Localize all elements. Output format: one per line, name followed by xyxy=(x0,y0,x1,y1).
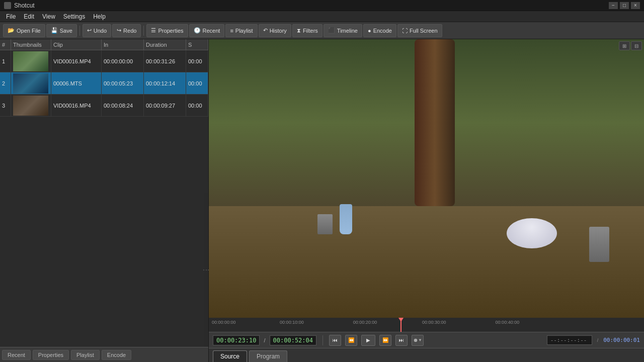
playlist-icon: ≡ xyxy=(230,28,233,34)
row1-sp: 00:00 xyxy=(186,50,208,72)
left-panel-tabs: Recent Properties Playlist Encode xyxy=(0,347,208,362)
recent-icon: 🕐 xyxy=(194,27,201,34)
toolbar: 📂 Open File 💾 Save ↩ Undo ↪ Redo ☰ Prope… xyxy=(0,22,644,39)
tab-program[interactable]: Program xyxy=(249,350,287,362)
playlist-row-1[interactable]: 1 VID00016.MP4 00:00:00:00 00:00:31:26 0… xyxy=(0,50,208,72)
ruler-mark-3: 00:00:30:00 xyxy=(422,320,446,325)
encode-button[interactable]: ● Encode xyxy=(363,24,396,37)
menu-settings[interactable]: Settings xyxy=(59,12,89,21)
people-right-element xyxy=(589,227,609,262)
row1-dur: 00:00:31:26 xyxy=(144,50,186,72)
preview-ruler[interactable]: 00:00:00:00 00:00:10:00 00:00:20:00 00:0… xyxy=(209,318,644,332)
row3-clip: VID00016.MP4 xyxy=(51,95,102,116)
undo-button[interactable]: ↩ Undo xyxy=(83,24,111,37)
playlist-row-3[interactable]: 3 VID00016.MP4 00:00:08:24 00:00:09:27 0… xyxy=(0,95,208,117)
restore-button[interactable]: □ xyxy=(620,2,629,9)
redo-button[interactable]: ↪ Redo xyxy=(112,24,141,37)
thumbnail-3 xyxy=(13,96,48,116)
record-button[interactable]: ⏺ ▼ xyxy=(412,335,424,346)
menu-edit[interactable]: Edit xyxy=(20,12,38,21)
col-in-header: In xyxy=(102,39,144,50)
preview-corner-buttons: ⊞ ⊟ xyxy=(619,41,642,50)
timecode-total: 00:00:52:04 xyxy=(270,335,316,345)
skip-forward-button[interactable]: ⏭ xyxy=(395,335,408,346)
titlebar-controls[interactable]: − □ × xyxy=(609,2,640,9)
row2-in: 00:00:05:23 xyxy=(102,72,144,94)
ruler-mark-1: 00:00:10:00 xyxy=(280,320,304,325)
playhead-line xyxy=(400,318,401,332)
col-thumb-header: Thumbnails xyxy=(11,39,51,50)
open-file-button[interactable]: 📂 Open File xyxy=(3,24,45,37)
folder-open-icon: 📂 xyxy=(8,27,15,34)
main-area: # Thumbnails Clip In Duration S xyxy=(0,39,644,362)
properties-icon: ☰ xyxy=(151,27,156,34)
row3-num: 3 xyxy=(0,95,11,116)
history-icon: ↶ xyxy=(263,27,268,34)
row1-num: 1 xyxy=(0,50,11,72)
encode-icon: ● xyxy=(368,28,371,34)
skip-back-button[interactable]: ⏮ xyxy=(329,335,341,346)
playlist-row-2[interactable]: 2 00006.MTS 00:00:05:23 00:00:12:14 00:0… xyxy=(0,72,208,95)
row3-dur: 00:00:09:27 xyxy=(144,95,186,116)
panel-resize-handle[interactable]: ⋮ xyxy=(204,193,208,347)
row1-in: 00:00:00:00 xyxy=(102,50,144,72)
timecode-sep2: / xyxy=(597,338,599,343)
toolbar-separator xyxy=(79,26,80,36)
table-element xyxy=(507,218,557,248)
tab-properties[interactable]: Properties xyxy=(33,350,69,360)
filters-button[interactable]: ⧗ Filters xyxy=(292,24,323,37)
in-out-display: --:--:--:-- xyxy=(547,335,592,345)
undo-icon: ↩ xyxy=(87,27,92,34)
video-canvas xyxy=(209,39,644,318)
app-icon xyxy=(4,2,11,9)
playlist-empty-area: ⋮ xyxy=(0,193,208,347)
properties-button[interactable]: ☰ Properties xyxy=(146,24,188,37)
zoom-fit-button[interactable]: ⊞ xyxy=(619,41,630,50)
ruler-mark-2: 00:00:20:00 xyxy=(353,320,377,325)
playlist-button[interactable]: ≡ Playlist xyxy=(225,24,257,37)
video-preview: ⊞ ⊟ xyxy=(209,39,644,318)
girl-figure xyxy=(340,204,352,234)
redo-icon: ↪ xyxy=(117,27,121,34)
total-time-display: 00:00:00:01 xyxy=(603,337,640,343)
menubar: File Edit View Settings Help xyxy=(0,11,644,22)
row3-sp: 00:00 xyxy=(186,95,208,116)
minimize-button[interactable]: − xyxy=(609,2,618,9)
ruler-mark-4: 00:00:40:00 xyxy=(496,320,520,325)
play-button[interactable]: ▶ xyxy=(361,335,375,346)
recent-button[interactable]: 🕐 Recent xyxy=(189,24,225,37)
row2-clip: 00006.MTS xyxy=(51,72,102,94)
menu-help[interactable]: Help xyxy=(89,12,110,21)
fullscreen-button[interactable]: ⛶ Full Screen xyxy=(397,24,442,37)
row3-in: 00:00:08:24 xyxy=(102,95,144,116)
timeline-button[interactable]: ⬛ Timeline xyxy=(324,24,362,37)
step-back-button[interactable]: ⏪ xyxy=(345,335,357,346)
history-button[interactable]: ↶ History xyxy=(259,24,291,37)
chair-element xyxy=(317,214,333,234)
fullscreen-icon: ⛶ xyxy=(402,28,408,34)
thumbnail-2 xyxy=(13,73,48,94)
sep xyxy=(323,335,323,345)
menu-file[interactable]: File xyxy=(2,12,20,21)
right-panel: ⊞ ⊟ 00:00:00:00 00:00:10:00 00:00:20:00 … xyxy=(209,39,644,362)
grid-button[interactable]: ⊟ xyxy=(631,41,642,50)
close-button[interactable]: × xyxy=(631,2,640,9)
tab-source[interactable]: Source xyxy=(213,350,247,362)
timecode-current[interactable]: 00:00:23:10 xyxy=(213,335,260,345)
row2-dur: 00:00:12:14 xyxy=(144,72,186,94)
timeline-icon: ⬛ xyxy=(328,27,335,34)
tab-playlist[interactable]: Playlist xyxy=(71,350,100,360)
left-panel: # Thumbnails Clip In Duration S xyxy=(0,39,209,362)
row1-clip: VID00016.MP4 xyxy=(51,50,102,72)
row2-thumb xyxy=(11,72,51,94)
col-dur-header: Duration xyxy=(144,39,186,50)
save-button[interactable]: 💾 Save xyxy=(46,24,77,37)
titlebar: Shotcut − □ × xyxy=(0,0,644,11)
tab-encode[interactable]: Encode xyxy=(102,350,131,360)
menu-view[interactable]: View xyxy=(38,12,59,21)
filters-icon: ⧗ xyxy=(297,27,301,34)
app-title: Shotcut xyxy=(14,2,35,9)
step-forward-button[interactable]: ⏩ xyxy=(379,335,391,346)
tab-recent[interactable]: Recent xyxy=(2,350,31,360)
playlist-header: # Thumbnails Clip In Duration S xyxy=(0,39,208,50)
